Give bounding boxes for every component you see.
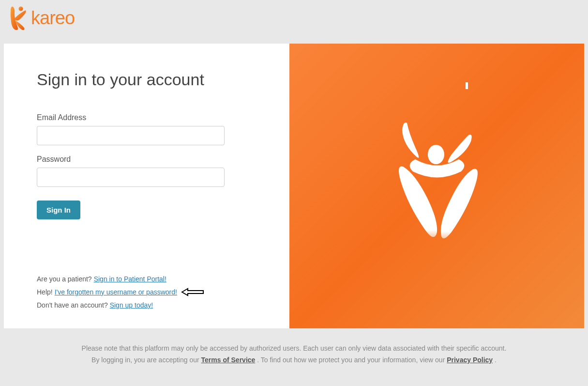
arrow-left-icon xyxy=(181,288,204,296)
terms-link[interactable]: Terms of Service xyxy=(201,356,256,364)
svg-point-0 xyxy=(19,7,23,11)
page-title: Sign in to your account xyxy=(37,70,256,89)
help-links: Are you a patient? Sign in to Patient Po… xyxy=(37,227,256,314)
footer-line1: Please note that this platform may only … xyxy=(19,343,569,355)
forgot-row: Help! I've forgotten my username or pass… xyxy=(37,288,256,296)
signup-row: Don't have an account? Sign up today! xyxy=(37,301,256,309)
footer-text-a: By logging in, you are accepting our xyxy=(91,356,201,364)
signin-panel: Sign in to your account Email Address Pa… xyxy=(4,44,289,328)
patient-prefix: Are you a patient? xyxy=(37,275,92,283)
help-prefix: Help! xyxy=(37,288,53,296)
footer-text-b: . To find out how we protect you and you… xyxy=(257,356,447,364)
brand-logo: kareo xyxy=(7,5,581,31)
patient-portal-row: Are you a patient? Sign in to Patient Po… xyxy=(37,275,256,283)
signup-link[interactable]: Sign up today! xyxy=(110,301,153,309)
footer-line2: By logging in, you are accepting our Ter… xyxy=(19,355,569,366)
signup-prefix: Don't have an account? xyxy=(37,301,108,309)
brand-name: kareo xyxy=(31,8,75,29)
cursor-icon xyxy=(466,82,468,89)
password-group: Password xyxy=(37,155,256,187)
privacy-link[interactable]: Privacy Policy xyxy=(447,356,493,364)
kareo-figure-icon xyxy=(7,5,29,31)
patient-portal-link[interactable]: Sign in to Patient Portal! xyxy=(94,275,166,283)
password-label: Password xyxy=(37,155,256,164)
header: kareo xyxy=(0,0,588,44)
email-group: Email Address xyxy=(37,113,256,145)
hero-panel xyxy=(289,44,584,328)
email-label: Email Address xyxy=(37,113,256,122)
footer-text-c: . xyxy=(495,356,497,364)
forgot-password-link[interactable]: I've forgotten my username or password! xyxy=(55,288,177,296)
signin-button[interactable]: Sign In xyxy=(37,201,80,219)
password-input[interactable] xyxy=(37,168,225,187)
kareo-hero-icon xyxy=(389,118,485,254)
main-container: Sign in to your account Email Address Pa… xyxy=(4,44,584,328)
footer: Please note that this platform may only … xyxy=(0,328,588,366)
svg-point-1 xyxy=(428,145,444,164)
email-input[interactable] xyxy=(37,126,225,145)
